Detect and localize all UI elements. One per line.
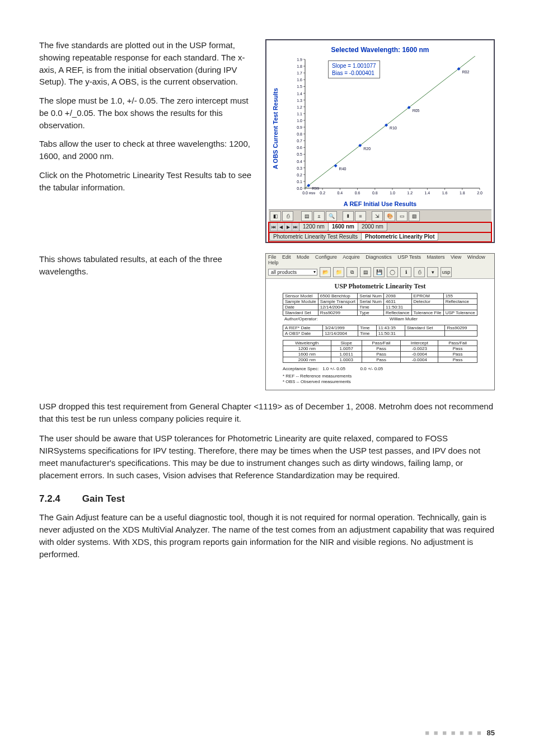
tab-plot[interactable]: Photometric Linearity Plot [361,232,438,241]
body-para-2: The slope must be 1.0, +/- 0.05. The zer… [39,95,255,131]
menu-help[interactable]: Help [268,260,279,265]
menu-configure[interactable]: Configure [315,254,337,260]
body-para-5: This shows tabulated results, at each of… [39,253,255,278]
svg-text:1.6: 1.6 [442,191,448,195]
open-icon[interactable]: 📂 [320,267,331,277]
svg-text:R05: R05 [413,109,420,113]
menu-window[interactable]: Window [467,254,485,260]
tab-1600nm[interactable]: 1600 nm [328,222,358,231]
section-number: 7.2.4 [39,493,79,505]
svg-text:0.3: 0.3 [297,166,302,170]
svg-text:0.7: 0.7 [297,139,302,143]
svg-text:R99: R99 [309,192,316,195]
tab-2000nm[interactable]: 2000 nm [358,222,387,231]
menu-mode[interactable]: Mode [297,254,310,260]
print-icon[interactable]: ⎙ [282,211,293,221]
chart-legend: Slope = 1.001077 Bias = -0.000401 [328,60,380,78]
svg-text:1.0: 1.0 [390,191,395,195]
menu-usp[interactable]: USP Tests [397,254,421,260]
toolbar-button[interactable]: ⬍ [343,211,354,221]
wavelength-tabs: ⏮ ◀ ▶ ⏭ 1200 nm 1600 nm 2000 nm [269,222,491,232]
svg-text:2.0: 2.0 [477,191,483,195]
svg-text:0.8: 0.8 [372,191,378,195]
svg-text:0.8: 0.8 [297,132,302,136]
toolbar-button[interactable]: usp [441,267,452,277]
legend-bias: Bias = -0.000401 [332,69,376,77]
chart-window: Selected Wavelength: 1600 nm A OBS Curre… [265,39,495,243]
svg-text:0.9: 0.9 [297,125,302,129]
prev-icon[interactable]: ◀ [278,223,285,231]
svg-text:R20: R20 [363,147,371,151]
body-para-below-1: USP dropped this test requirement from G… [39,400,495,425]
last-icon[interactable]: ⏭ [292,223,299,231]
menu-edit[interactable]: Edit [282,254,291,260]
chart-svg: 0.00.10.20.30.40.50.60.70.80.91.01.11.21… [281,56,488,202]
tab-results[interactable]: Photometric Linearity Test Results [269,232,362,241]
svg-text:1.7: 1.7 [297,71,302,75]
legend-slope: Slope = 1.001077 [332,62,376,69]
save-icon[interactable]: 💾 [373,267,385,277]
print-icon[interactable]: ⎙ [414,267,425,277]
results-toolbar: all products 📂 📁 ⧉ ▤ 💾 ◯ ℹ ⎙ ▾ usp [266,266,494,279]
svg-text:1.8: 1.8 [297,64,302,68]
svg-text:1.3: 1.3 [297,99,302,102]
toolbar-button[interactable]: ▨ [409,211,420,221]
svg-text:0.0: 0.0 [297,186,302,190]
toolbar-button[interactable]: ▾ [427,267,438,277]
results-header-table: Sensor Model6500 BenchtopSerial Num2098E… [283,293,477,316]
footer-dots: ■ ■ ■ ■ ■ ■ ■ [425,729,483,737]
results-title: USP Photometric Linearity Test [266,279,494,293]
products-dropdown[interactable]: all products [268,269,317,276]
toolbar-button[interactable]: ≡ [355,211,366,221]
toolbar-button[interactable]: 📁 [333,267,344,277]
menu-view[interactable]: View [451,254,461,260]
svg-text:1.6: 1.6 [297,78,302,82]
results-menubar: File Edit Mode Configure Acquire Diagnos… [266,254,494,266]
menu-acquire[interactable]: Acquire [343,254,360,260]
svg-text:1.8: 1.8 [460,191,465,195]
menu-diagnostics[interactable]: Diagnostics [366,254,392,260]
svg-text:1.2: 1.2 [407,191,413,195]
toolbar-button[interactable]: ± [313,211,325,221]
svg-text:0.6: 0.6 [297,146,302,150]
results-body: Sensor Model6500 BenchtopSerial Num2098E… [266,293,494,390]
svg-text:1.5: 1.5 [297,85,302,88]
zoom-icon[interactable]: 🔍 [326,211,337,221]
tab-nav-arrows[interactable]: ⏮ ◀ ▶ ⏭ [270,222,299,231]
toolbar-button[interactable]: ◯ [387,267,398,277]
first-icon[interactable]: ⏮ [270,223,278,231]
svg-text:1.1: 1.1 [297,112,302,116]
chart-plot: Slope = 1.001077 Bias = -0.000401 0.00.1… [281,56,488,202]
svg-text:R10: R10 [390,126,397,130]
svg-text:R99: R99 [312,186,319,190]
svg-text:R40: R40 [339,167,346,171]
svg-text:0.2: 0.2 [320,191,325,195]
tab-1200nm[interactable]: 1200 nm [299,222,329,231]
results-dates-table: A REF* Date3/24/1999Time11:43:35Standard… [283,325,477,337]
toolbar-button[interactable]: ▤ [360,267,371,277]
svg-text:0.5: 0.5 [297,152,302,156]
menu-file[interactable]: File [268,254,277,260]
body-para-3: Tabs allow the user to check at three wa… [39,138,255,162]
svg-text:0.0: 0.0 [302,191,308,195]
page-number: 85 [487,729,495,737]
menu-masters[interactable]: Masters [427,254,444,260]
palette-icon[interactable]: 🎨 [384,211,395,221]
toolbar-button[interactable]: ▭ [396,211,407,221]
results-values-table: WavelengthSlopePass/FailInterceptPass/Fa… [283,340,477,363]
results-footnote-1: * REF -- Reference measurements [283,374,477,379]
results-footnote-2: * OBS -- Observed measurements [283,379,477,385]
toolbar-button[interactable]: ◧ [270,211,281,221]
toolbar-button[interactable]: ▤ [301,211,312,221]
body-para-4: Click on the Photometric Linearity Test … [39,169,255,194]
body-para-1: The five standards are plotted out in th… [39,39,255,88]
toolbar-button[interactable]: ⧉ [346,267,358,277]
svg-text:0.4: 0.4 [297,160,302,164]
svg-text:1.4: 1.4 [297,92,302,96]
svg-text:1.0: 1.0 [297,119,302,123]
toolbar-button[interactable]: ⇲ [372,211,383,221]
help-icon[interactable]: ℹ [400,267,411,277]
svg-text:1.4: 1.4 [425,191,430,195]
body-para-below-2: The user should be aware that USP tolera… [39,432,495,481]
next-icon[interactable]: ▶ [285,223,292,231]
